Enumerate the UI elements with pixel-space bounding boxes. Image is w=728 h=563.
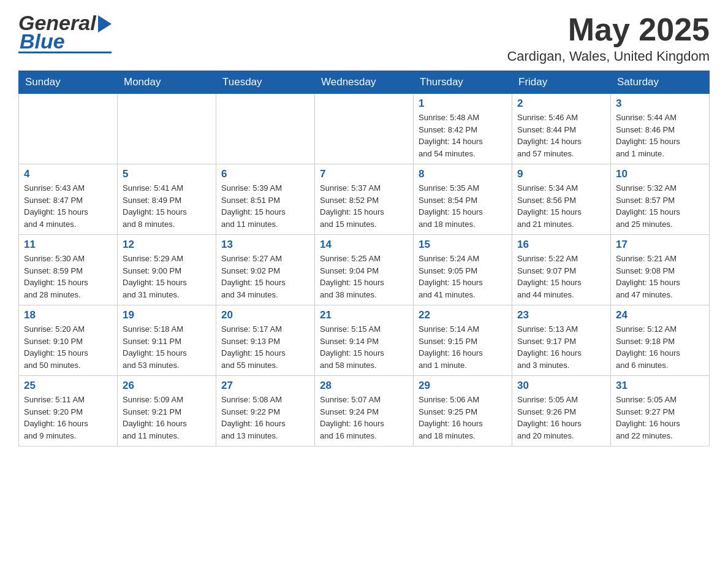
calendar-cell <box>315 94 414 164</box>
day-info: Sunrise: 5:21 AM Sunset: 9:08 PM Dayligh… <box>616 253 704 301</box>
calendar-header-monday: Monday <box>118 71 216 94</box>
day-number: 6 <box>221 168 309 180</box>
calendar-cell: 5Sunrise: 5:41 AM Sunset: 8:49 PM Daylig… <box>118 164 216 235</box>
day-info: Sunrise: 5:39 AM Sunset: 8:51 PM Dayligh… <box>221 182 309 230</box>
logo: General Blue <box>18 12 112 53</box>
day-info: Sunrise: 5:20 AM Sunset: 9:10 PM Dayligh… <box>24 323 112 371</box>
calendar-cell: 20Sunrise: 5:17 AM Sunset: 9:13 PM Dayli… <box>216 305 315 376</box>
page-header: General Blue May 2025 Cardigan, Wales, U… <box>18 12 710 64</box>
calendar-header-friday: Friday <box>512 71 611 94</box>
day-info: Sunrise: 5:44 AM Sunset: 8:46 PM Dayligh… <box>616 112 704 159</box>
calendar-header-tuesday: Tuesday <box>216 71 315 94</box>
calendar-table: SundayMondayTuesdayWednesdayThursdayFrid… <box>18 71 710 446</box>
day-info: Sunrise: 5:13 AM Sunset: 9:17 PM Dayligh… <box>517 323 605 371</box>
day-number: 8 <box>419 168 507 180</box>
day-number: 22 <box>419 309 507 321</box>
week-row-1: 1Sunrise: 5:48 AM Sunset: 8:42 PM Daylig… <box>19 94 710 164</box>
day-number: 11 <box>24 239 112 251</box>
calendar-cell: 2Sunrise: 5:46 AM Sunset: 8:44 PM Daylig… <box>512 94 611 164</box>
day-info: Sunrise: 5:15 AM Sunset: 9:14 PM Dayligh… <box>320 323 408 371</box>
calendar-cell: 6Sunrise: 5:39 AM Sunset: 8:51 PM Daylig… <box>216 164 315 235</box>
day-number: 7 <box>320 168 408 180</box>
day-number: 13 <box>221 239 309 251</box>
calendar-cell: 13Sunrise: 5:27 AM Sunset: 9:02 PM Dayli… <box>216 235 315 305</box>
day-info: Sunrise: 5:37 AM Sunset: 8:52 PM Dayligh… <box>320 182 408 230</box>
day-number: 29 <box>419 380 507 392</box>
day-info: Sunrise: 5:24 AM Sunset: 9:05 PM Dayligh… <box>419 253 507 301</box>
calendar-cell: 25Sunrise: 5:11 AM Sunset: 9:20 PM Dayli… <box>19 376 118 446</box>
day-info: Sunrise: 5:41 AM Sunset: 8:49 PM Dayligh… <box>123 182 211 230</box>
day-number: 21 <box>320 309 408 321</box>
day-number: 2 <box>517 98 605 110</box>
day-number: 5 <box>123 168 211 180</box>
day-info: Sunrise: 5:18 AM Sunset: 9:11 PM Dayligh… <box>123 323 211 371</box>
calendar-cell <box>216 94 315 164</box>
day-info: Sunrise: 5:14 AM Sunset: 9:15 PM Dayligh… <box>419 323 507 371</box>
calendar-cell <box>118 94 216 164</box>
day-number: 25 <box>24 380 112 392</box>
calendar-cell: 31Sunrise: 5:05 AM Sunset: 9:27 PM Dayli… <box>611 376 710 446</box>
calendar-cell: 30Sunrise: 5:05 AM Sunset: 9:26 PM Dayli… <box>512 376 611 446</box>
day-info: Sunrise: 5:29 AM Sunset: 9:00 PM Dayligh… <box>123 253 211 301</box>
calendar-cell: 18Sunrise: 5:20 AM Sunset: 9:10 PM Dayli… <box>19 305 118 376</box>
calendar-cell: 12Sunrise: 5:29 AM Sunset: 9:00 PM Dayli… <box>118 235 216 305</box>
day-info: Sunrise: 5:30 AM Sunset: 8:59 PM Dayligh… <box>24 253 112 301</box>
calendar-cell: 14Sunrise: 5:25 AM Sunset: 9:04 PM Dayli… <box>315 235 414 305</box>
calendar-header-wednesday: Wednesday <box>315 71 414 94</box>
calendar-cell: 15Sunrise: 5:24 AM Sunset: 9:05 PM Dayli… <box>414 235 512 305</box>
calendar-cell: 27Sunrise: 5:08 AM Sunset: 9:22 PM Dayli… <box>216 376 315 446</box>
day-info: Sunrise: 5:11 AM Sunset: 9:20 PM Dayligh… <box>24 394 112 442</box>
day-info: Sunrise: 5:08 AM Sunset: 9:22 PM Dayligh… <box>221 394 309 442</box>
week-row-3: 11Sunrise: 5:30 AM Sunset: 8:59 PM Dayli… <box>19 235 710 305</box>
calendar-cell <box>19 94 118 164</box>
calendar-cell: 11Sunrise: 5:30 AM Sunset: 8:59 PM Dayli… <box>19 235 118 305</box>
calendar-cell: 17Sunrise: 5:21 AM Sunset: 9:08 PM Dayli… <box>611 235 710 305</box>
day-info: Sunrise: 5:46 AM Sunset: 8:44 PM Dayligh… <box>517 112 605 159</box>
day-number: 19 <box>123 309 211 321</box>
day-info: Sunrise: 5:22 AM Sunset: 9:07 PM Dayligh… <box>517 253 605 301</box>
day-number: 4 <box>24 168 112 180</box>
calendar-cell: 3Sunrise: 5:44 AM Sunset: 8:46 PM Daylig… <box>611 94 710 164</box>
day-info: Sunrise: 5:09 AM Sunset: 9:21 PM Dayligh… <box>123 394 211 442</box>
day-number: 12 <box>123 239 211 251</box>
logo-blue-text: Blue <box>20 31 65 52</box>
logo-underline <box>18 52 112 53</box>
day-info: Sunrise: 5:05 AM Sunset: 9:27 PM Dayligh… <box>616 394 704 442</box>
calendar-cell: 9Sunrise: 5:34 AM Sunset: 8:56 PM Daylig… <box>512 164 611 235</box>
day-number: 23 <box>517 309 605 321</box>
day-info: Sunrise: 5:43 AM Sunset: 8:47 PM Dayligh… <box>24 182 112 230</box>
calendar-header-sunday: Sunday <box>19 71 118 94</box>
day-info: Sunrise: 5:27 AM Sunset: 9:02 PM Dayligh… <box>221 253 309 301</box>
day-number: 10 <box>616 168 704 180</box>
day-number: 28 <box>320 380 408 392</box>
calendar-cell: 10Sunrise: 5:32 AM Sunset: 8:57 PM Dayli… <box>611 164 710 235</box>
day-number: 1 <box>419 98 507 110</box>
calendar-cell: 16Sunrise: 5:22 AM Sunset: 9:07 PM Dayli… <box>512 235 611 305</box>
day-info: Sunrise: 5:07 AM Sunset: 9:24 PM Dayligh… <box>320 394 408 442</box>
svg-marker-0 <box>98 15 112 33</box>
calendar-cell: 29Sunrise: 5:06 AM Sunset: 9:25 PM Dayli… <box>414 376 512 446</box>
calendar-cell: 26Sunrise: 5:09 AM Sunset: 9:21 PM Dayli… <box>118 376 216 446</box>
day-number: 24 <box>616 309 704 321</box>
day-number: 3 <box>616 98 704 110</box>
calendar-header-row: SundayMondayTuesdayWednesdayThursdayFrid… <box>19 71 710 94</box>
calendar-cell: 8Sunrise: 5:35 AM Sunset: 8:54 PM Daylig… <box>414 164 512 235</box>
title-block: May 2025 Cardigan, Wales, United Kingdom <box>507 12 710 64</box>
month-title: May 2025 <box>507 12 710 47</box>
day-number: 30 <box>517 380 605 392</box>
week-row-5: 25Sunrise: 5:11 AM Sunset: 9:20 PM Dayli… <box>19 376 710 446</box>
day-number: 9 <box>517 168 605 180</box>
location: Cardigan, Wales, United Kingdom <box>507 48 710 64</box>
day-number: 15 <box>419 239 507 251</box>
day-info: Sunrise: 5:34 AM Sunset: 8:56 PM Dayligh… <box>517 182 605 230</box>
calendar-cell: 21Sunrise: 5:15 AM Sunset: 9:14 PM Dayli… <box>315 305 414 376</box>
day-info: Sunrise: 5:48 AM Sunset: 8:42 PM Dayligh… <box>419 112 507 159</box>
day-number: 14 <box>320 239 408 251</box>
day-info: Sunrise: 5:32 AM Sunset: 8:57 PM Dayligh… <box>616 182 704 230</box>
day-info: Sunrise: 5:25 AM Sunset: 9:04 PM Dayligh… <box>320 253 408 301</box>
calendar-header-saturday: Saturday <box>611 71 710 94</box>
calendar-cell: 28Sunrise: 5:07 AM Sunset: 9:24 PM Dayli… <box>315 376 414 446</box>
calendar-header-thursday: Thursday <box>414 71 512 94</box>
day-info: Sunrise: 5:06 AM Sunset: 9:25 PM Dayligh… <box>419 394 507 442</box>
day-info: Sunrise: 5:05 AM Sunset: 9:26 PM Dayligh… <box>517 394 605 442</box>
